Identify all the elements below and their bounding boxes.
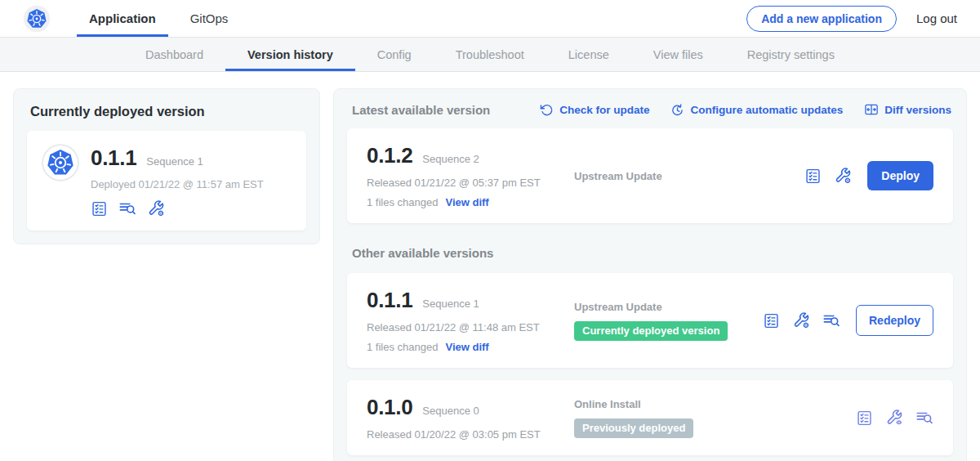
kubernetes-app-icon (42, 144, 79, 181)
check-for-update-link[interactable]: Check for update (540, 103, 649, 117)
version-card-0-1-2: 0.1.2 Sequence 2 Released 01/21/22 @ 05:… (347, 128, 953, 223)
previously-deployed-badge: Previously deployed (574, 418, 693, 438)
deploy-logs-icon[interactable] (915, 409, 933, 427)
subnav-registry-settings[interactable]: Registry settings (725, 38, 857, 71)
version-number: 0.1.2 (367, 143, 412, 168)
version-actions: Redeploy (763, 305, 933, 336)
tab-gitops-label: GitOps (190, 11, 229, 25)
diff-versions-link[interactable]: Diff versions (864, 102, 951, 117)
subnav-config-label: Config (377, 48, 412, 61)
subnav-dashboard-label: Dashboard (145, 48, 203, 61)
deployed-panel-title: Currently deployed version (30, 104, 306, 119)
released-timestamp: Released 01/20/22 @ 03:05 pm EST (367, 428, 571, 441)
subnav-version-history[interactable]: Version history (225, 38, 355, 71)
version-info: 0.1.2 Sequence 2 Released 01/21/22 @ 05:… (367, 143, 571, 208)
version-source: Online Install (574, 398, 856, 410)
deployed-version-number: 0.1.1 (91, 145, 136, 171)
tab-gitops[interactable]: GitOps (178, 0, 241, 37)
version-actions: Deploy (804, 161, 933, 190)
main-content: Currently deployed version (0, 72, 980, 461)
tab-application[interactable]: Application (77, 0, 168, 37)
release-notes-icon[interactable] (804, 168, 822, 185)
deployed-version-info: 0.1.1 Sequence 1 Deployed 01/21/22 @ 11:… (91, 144, 264, 217)
version-card-0-1-0: 0.1.0 Sequence 0 Released 01/20/22 @ 03:… (347, 380, 953, 455)
currently-deployed-badge: Currently deployed version (574, 321, 728, 341)
view-diff-link[interactable]: View diff (445, 341, 488, 353)
app-subnav: Dashboard Version history Config Trouble… (0, 38, 980, 72)
redeploy-button[interactable]: Redeploy (856, 305, 933, 336)
version-actions (856, 409, 933, 427)
top-header: Application GitOps Add a new application… (0, 0, 980, 38)
release-notes-icon[interactable] (856, 410, 873, 427)
version-source-cell: Online Install Previously deployed (571, 398, 856, 438)
config-gear-icon[interactable] (792, 311, 810, 329)
version-sequence: Sequence 2 (422, 153, 479, 165)
subnav-config[interactable]: Config (355, 38, 434, 71)
subnav-license-label: License (568, 48, 609, 61)
files-changed: 1 files changed (367, 341, 438, 353)
other-versions-title: Other available versions (352, 246, 951, 260)
refresh-icon (540, 103, 554, 117)
version-source-cell: Upstream Update (571, 170, 804, 182)
version-sequence: Sequence 1 (422, 298, 479, 310)
tab-application-label: Application (89, 11, 156, 25)
subnav-registry-settings-label: Registry settings (747, 48, 835, 61)
version-sequence: Sequence 0 (422, 405, 479, 417)
subnav-dashboard[interactable]: Dashboard (123, 38, 225, 71)
config-gear-icon[interactable] (834, 167, 852, 185)
logout-link[interactable]: Log out (916, 11, 957, 25)
available-versions-panel: Latest available version Check for updat… (333, 88, 967, 461)
version-card-0-1-1: 0.1.1 Sequence 1 Released 01/21/22 @ 11:… (347, 273, 953, 368)
subnav-version-history-label: Version history (247, 48, 333, 61)
configure-automatic-updates-label: Configure automatic updates (690, 104, 843, 116)
deployed-timestamp: Deployed 01/21/22 @ 11:57 am EST (91, 178, 264, 190)
deploy-logs-icon[interactable] (822, 311, 840, 329)
subnav-view-files-label: View files (653, 48, 703, 61)
released-timestamp: Released 01/21/22 @ 05:37 pm EST (367, 177, 571, 189)
version-source: Upstream Update (574, 170, 804, 182)
subnav-troubleshoot[interactable]: Troubleshoot (434, 38, 546, 71)
view-config-icon[interactable] (885, 409, 903, 427)
view-diff-link[interactable]: View diff (445, 196, 488, 208)
deploy-button[interactable]: Deploy (867, 161, 933, 190)
version-number: 0.1.1 (367, 288, 412, 313)
deployed-sequence: Sequence 1 (146, 155, 203, 168)
header-actions: Add a new application Log out (746, 0, 957, 37)
version-source: Upstream Update (574, 301, 763, 313)
primary-tabs: Application GitOps (77, 0, 250, 37)
add-application-button[interactable]: Add a new application (746, 6, 897, 32)
subnav-troubleshoot-label: Troubleshoot (456, 48, 524, 61)
deployed-version-card: 0.1.1 Sequence 1 Deployed 01/21/22 @ 11:… (27, 131, 306, 230)
version-info: 0.1.0 Sequence 0 Released 01/20/22 @ 03:… (367, 395, 571, 441)
version-source-cell: Upstream Update Currently deployed versi… (571, 301, 763, 341)
app-logo[interactable] (23, 0, 51, 37)
released-timestamp: Released 01/21/22 @ 11:48 am EST (367, 321, 571, 333)
kubernetes-logo-icon (23, 5, 51, 33)
configure-automatic-updates-link[interactable]: Configure automatic updates (670, 103, 843, 117)
latest-available-title: Latest available version (352, 103, 490, 117)
currently-deployed-panel: Currently deployed version (13, 88, 320, 244)
release-notes-icon[interactable] (91, 200, 108, 217)
deploy-logs-icon[interactable] (118, 199, 136, 217)
release-notes-icon[interactable] (763, 312, 780, 329)
schedule-update-icon (670, 103, 684, 117)
diff-icon (864, 102, 879, 117)
subnav-license[interactable]: License (546, 38, 631, 71)
version-number: 0.1.0 (367, 395, 412, 420)
diff-versions-label: Diff versions (884, 104, 951, 116)
config-gear-icon[interactable] (147, 199, 165, 217)
subnav-view-files[interactable]: View files (631, 38, 725, 71)
version-info: 0.1.1 Sequence 1 Released 01/21/22 @ 11:… (367, 288, 571, 353)
files-changed: 1 files changed (367, 196, 438, 208)
check-for-update-label: Check for update (559, 104, 649, 116)
